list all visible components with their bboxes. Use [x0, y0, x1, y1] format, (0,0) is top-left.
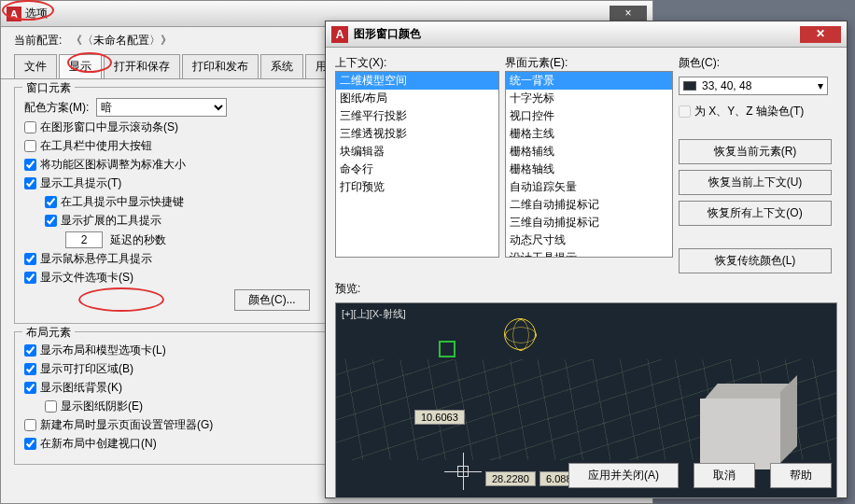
- color-scheme-label: 配色方案(M):: [24, 100, 89, 116]
- chk-scroll[interactable]: [24, 121, 36, 133]
- view-label: [+][上][X-射线]: [342, 307, 406, 321]
- element-item[interactable]: 二维自动捕捉标记: [506, 196, 672, 214]
- autocad-icon: A: [331, 26, 348, 43]
- help-button[interactable]: 帮助: [770, 463, 832, 488]
- chk-create-vp[interactable]: [24, 438, 36, 450]
- apply-close-button[interactable]: 应用并关闭(A): [568, 463, 679, 488]
- context-item[interactable]: 块编辑器: [336, 143, 498, 161]
- context-item[interactable]: 图纸/布局: [336, 90, 498, 107]
- element-item[interactable]: 栅格轴线: [506, 161, 672, 178]
- chk-paper-bg[interactable]: [24, 382, 36, 394]
- context-listbox[interactable]: 二维模型空间 图纸/布局 三维平行投影 三维透视投影 块编辑器 命令行 打印预览: [335, 71, 499, 258]
- element-item[interactable]: 三维自动捕捉标记: [506, 214, 672, 231]
- autocad-icon: A: [7, 7, 21, 21]
- colordlg-close-button[interactable]: ✕: [800, 26, 841, 43]
- element-item[interactable]: 视口控件: [506, 107, 672, 125]
- restore-all-contexts-button[interactable]: 恢复所有上下文(O): [679, 201, 832, 226]
- delay-input[interactable]: [65, 231, 103, 248]
- element-item[interactable]: 自动追踪矢量: [506, 178, 672, 196]
- chk-printable[interactable]: [24, 363, 36, 375]
- tab-file[interactable]: 文件: [14, 54, 57, 78]
- current-profile-name: 《〈未命名配置〉》: [71, 33, 172, 49]
- window-elements-group: 窗口元素: [22, 80, 75, 96]
- chk-tooltips[interactable]: [24, 177, 36, 189]
- element-item[interactable]: 统一背景: [506, 72, 672, 90]
- chk-ext-tooltip[interactable]: [45, 215, 57, 227]
- chk-tint-xyz: [679, 105, 691, 118]
- chk-shortcut[interactable]: [45, 196, 57, 208]
- color-value: 33, 40, 48: [702, 79, 751, 92]
- cancel-button[interactable]: 取消: [694, 463, 755, 488]
- chk-paper-shadow[interactable]: [45, 400, 57, 413]
- coord-tooltip: 10.6063: [414, 410, 465, 425]
- chk-ribbon-std[interactable]: [24, 159, 36, 171]
- preview-label: 预览:: [335, 281, 673, 297]
- tab-open-save[interactable]: 打开和保存: [104, 54, 180, 78]
- tab-plot-publish[interactable]: 打印和发布: [182, 54, 259, 78]
- context-label: 上下文(X):: [335, 55, 499, 71]
- options-title: 选项: [25, 6, 610, 21]
- layout-elements-group: 布局元素: [22, 325, 75, 341]
- preview-cube: [700, 399, 780, 469]
- context-item[interactable]: 命令行: [336, 161, 498, 178]
- svg-point-0: [554, 318, 566, 346]
- restore-classic-button[interactable]: 恢复传统颜色(L): [679, 248, 832, 273]
- wireframe-cone: [540, 316, 566, 346]
- chk-layout-tab[interactable]: [24, 344, 36, 357]
- color-label: 颜色(C):: [679, 55, 837, 71]
- gizmo-icon: [439, 341, 456, 357]
- element-item[interactable]: 栅格辅线: [506, 143, 672, 161]
- context-item[interactable]: 二维模型空间: [336, 72, 498, 90]
- restore-current-element-button[interactable]: 恢复当前元素(R): [679, 139, 832, 164]
- element-item[interactable]: 十字光标: [506, 90, 672, 107]
- colors-button[interactable]: 颜色(C)...: [234, 289, 310, 311]
- color-scheme-select[interactable]: 暗: [96, 98, 227, 117]
- color-select[interactable]: 33, 40, 48 ▾: [679, 77, 828, 95]
- wireframe-sphere: [504, 318, 536, 350]
- element-item[interactable]: 设计工具提示: [506, 249, 672, 258]
- context-item[interactable]: 打印预览: [336, 178, 498, 196]
- options-close-button[interactable]: ×: [610, 6, 647, 22]
- restore-current-context-button[interactable]: 恢复当前上下文(U): [679, 170, 832, 195]
- tab-display[interactable]: 显示: [59, 54, 102, 78]
- chk-file-tab[interactable]: [24, 272, 36, 284]
- coord-tooltip: 28.2280: [485, 471, 536, 486]
- crosshair-icon: [444, 453, 482, 490]
- chevron-down-icon: ▾: [818, 79, 823, 92]
- element-listbox[interactable]: 统一背景 十字光标 视口控件 栅格主线 栅格辅线 栅格轴线 自动追踪矢量 二维自…: [505, 71, 673, 258]
- chk-pagesetup[interactable]: [24, 419, 36, 431]
- element-label: 界面元素(E):: [505, 55, 673, 71]
- context-item[interactable]: 三维平行投影: [336, 107, 498, 125]
- context-item[interactable]: 三维透视投影: [336, 125, 498, 143]
- color-swatch: [683, 81, 696, 91]
- chk-large-buttons[interactable]: [24, 140, 36, 152]
- tab-system[interactable]: 系统: [260, 54, 303, 78]
- element-item[interactable]: 栅格主线: [506, 125, 672, 143]
- colordlg-title: 图形窗口颜色: [354, 26, 800, 42]
- chk-hover-tip[interactable]: [24, 253, 36, 265]
- element-item[interactable]: 动态尺寸线: [506, 231, 672, 249]
- current-profile-label: 当前配置:: [14, 33, 62, 49]
